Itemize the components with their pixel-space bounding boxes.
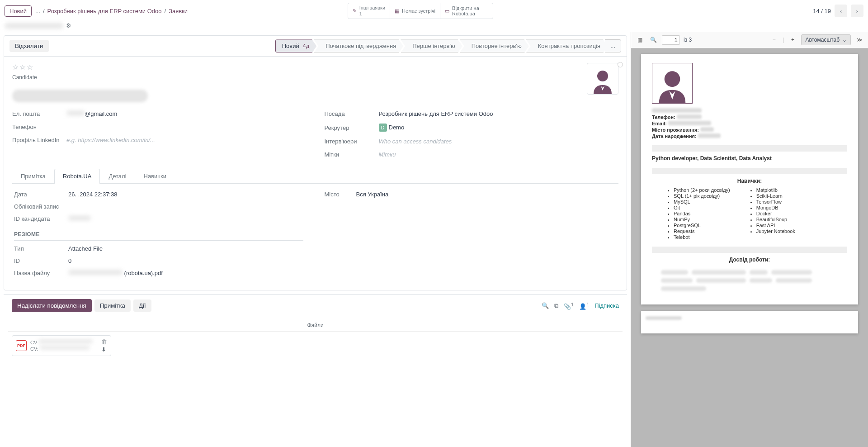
stage-new[interactable]: Новий 4д [275,39,317,52]
skill-item: Docker [756,211,795,216]
pager-text[interactable]: 14 / 19 [813,8,831,14]
candidate-avatar[interactable] [587,63,618,95]
zoom-in-icon[interactable]: + [788,35,797,45]
chatter-bar: Надіслати повідомлення Примітка Дії 🔍 ⧉ … [4,294,627,317]
breadcrumb-ellipsis[interactable]: ... [35,8,40,14]
id-card-icon: ▭ [445,8,449,14]
skill-item: Requests [674,228,730,234]
pdf-viewer-pane: ▥ 🔍 із 3 − | + Автомасштаб⌄ ≫ Телефон: E… [631,32,868,447]
cv-exp-head: Досвід роботи: [652,257,847,263]
skill-item: MySQL [674,199,730,204]
open-robota-box[interactable]: ▭ Відкрити на Robota.ua [440,3,493,19]
pdf-page-2 [641,311,858,333]
candidate-name-field-blur[interactable] [12,90,148,102]
skill-item: Jupyter Notebook [756,228,795,234]
breadcrumb-applications[interactable]: Заявки [169,8,188,14]
top-header: Новий ... / Розробник рішень для ERP сис… [0,0,868,22]
pdf-tools-icon[interactable]: ≫ [854,35,864,45]
attachments-button[interactable]: 📎1 [564,302,574,310]
skill-item: SQL (1+ рік досвіду) [674,193,730,199]
subheader: ⚙ [0,22,868,32]
candidate-label: Candidate [12,74,618,81]
sidebar-toggle-icon[interactable]: ▥ [635,35,645,45]
attachment-item[interactable]: PDF CV CV: 🗑 ⬇ [12,335,111,356]
interviewers-field: Інтерв'юери Who can access candidates [325,138,619,145]
skill-item: PostgreSQL [674,223,730,228]
breadcrumb: ... / Розробник рішень для ERP системи O… [35,8,188,14]
refuse-button[interactable]: Відхилити [9,40,49,52]
statusbar: Відхилити Новий 4д Початкове підтверджен… [4,36,627,57]
stage-contract[interactable]: Контрактна пропозиція [526,39,608,52]
search-icon[interactable]: 🔍 [542,302,549,309]
skill-item: Fast API [756,223,795,228]
phone-field: Телефон [12,124,307,130]
form-card: Відхилити Новий 4д Початкове підтверджен… [4,35,627,290]
expand-icon[interactable]: ⧉ [554,302,558,309]
email-field: Ел. пошта @gmail.com [12,110,307,117]
no-meeting-box[interactable]: ▦ Немає зустрічі [390,3,440,19]
cv-skills-head: Навички: [652,178,847,184]
chevron-down-icon: ⌄ [842,37,847,43]
skill-item: Git [674,205,730,210]
pdf-search-icon[interactable]: 🔍 [648,35,658,45]
recruiter-field: Рекрутер DDemo [325,124,619,132]
avatar-wrap [587,63,618,95]
pencil-icon: ✎ [353,8,357,14]
skill-item: TensorFlow [756,199,795,204]
pager: 14 / 19 ‹ › [813,5,863,17]
skill-item: Scikit-Learn [756,193,795,199]
star-icon[interactable]: ☆ [27,63,33,71]
tabs: Примітка Robota.UA Деталі Навички [12,169,618,184]
tab-robota[interactable]: Robota.UA [54,169,100,184]
stage-initial[interactable]: Початкове підтвердження [314,39,403,52]
pdf-body[interactable]: Телефон: Email: Місто проживання: Дата н… [631,48,868,447]
pdf-toolbar: ▥ 🔍 із 3 − | + Автомасштаб⌄ ≫ [631,32,868,48]
star-icon[interactable]: ☆ [12,63,19,71]
pager-prev-button[interactable]: ‹ [835,5,847,17]
pdf-page-input[interactable] [662,35,680,45]
skill-item: NumPy [674,217,730,222]
cv-title: Python developer, Data Scientist, Data A… [652,155,847,162]
other-applications-box[interactable]: ✎ Інші заявки1 [348,3,390,19]
zoom-out-icon[interactable]: − [769,35,779,45]
priority-stars[interactable]: ☆ ☆ ☆ [12,63,587,71]
stages: Новий 4д Початкове підтвердження Перше і… [275,39,621,52]
candidate-name-blur [5,23,63,29]
linkedin-field: Профіль LinkedIn e.g. https://www.linked… [12,137,307,143]
activities-button[interactable]: Дії [133,300,151,312]
skill-item: Telebot [674,234,730,240]
resume-section-head: РЕЗЮМЕ [14,227,303,241]
stage-more[interactable]: ... [605,39,621,52]
send-message-button[interactable]: Надіслати повідомлення [12,299,92,312]
delete-file-icon[interactable]: 🗑 [101,338,107,345]
cv-avatar [652,63,693,104]
header-stat-boxes: ✎ Інші заявки1 ▦ Немає зустрічі ▭ Відкри… [348,3,493,19]
log-note-button[interactable]: Примітка [94,300,131,312]
tab-details[interactable]: Деталі [100,169,135,183]
cv-exp-blur [652,266,847,295]
followers-button[interactable]: 👤1 [579,302,589,310]
skill-item: Matplotlib [756,187,795,193]
breadcrumb-job[interactable]: Розробник рішень для ERP системи Odoo [47,8,162,14]
download-file-icon[interactable]: ⬇ [101,346,107,353]
stage-first-interview[interactable]: Перше інтерв'ю [401,39,462,52]
pdf-page-total: із 3 [684,37,692,43]
stage-second-interview[interactable]: Повторне інтерв'ю [460,39,529,52]
skill-item: Pandas [674,211,730,216]
kanban-state-dot[interactable] [618,62,623,67]
tab-note[interactable]: Примітка [12,169,54,183]
position-field: Посада Розробник рішень для ERP системи … [325,110,619,117]
tab-content-robota: Дата26. .2024 22:37:38 Обліковий запис I… [12,184,618,284]
tags-field: Мітки Мітки [325,151,619,158]
svg-point-0 [597,71,608,81]
star-icon[interactable]: ☆ [19,63,26,71]
gear-icon[interactable]: ⚙ [66,22,71,29]
tab-skills[interactable]: Навички [135,169,175,183]
subscribe-button[interactable]: Підписка [594,302,619,309]
zoom-select[interactable]: Автомасштаб⌄ [801,34,851,45]
pdf-icon: PDF [16,340,27,351]
cv-skills: Python (2+ роки досвіду)SQL (1+ рік досв… [652,187,847,240]
pager-next-button[interactable]: › [851,5,863,17]
pdf-page-1: Телефон: Email: Місто проживання: Дата н… [641,54,858,304]
skill-item: MongoDB [756,205,795,210]
